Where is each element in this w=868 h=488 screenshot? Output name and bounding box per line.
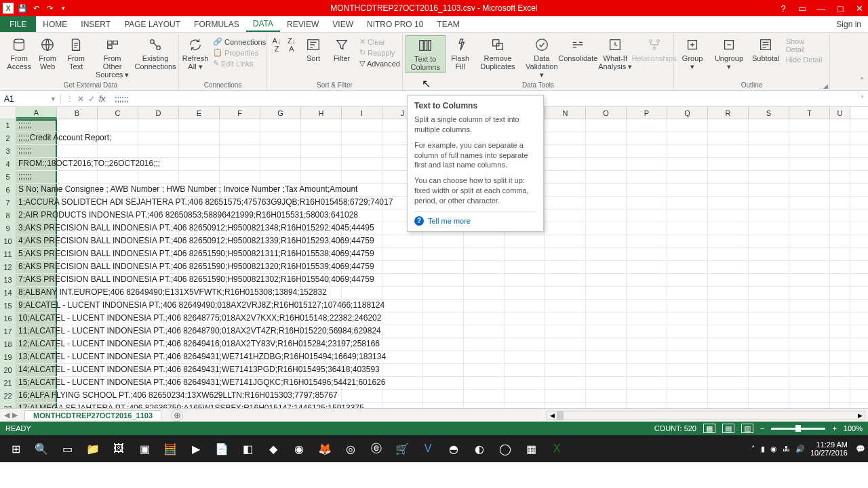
search-icon[interactable]: 🔍: [28, 438, 54, 460]
row-header[interactable]: 6: [0, 184, 16, 197]
column-header-G[interactable]: G: [260, 107, 301, 119]
zoom-level[interactable]: 100%: [844, 424, 863, 432]
sort-az-button[interactable]: A↓Z: [270, 35, 283, 56]
normal-view-button[interactable]: ▦: [703, 424, 715, 433]
tab-formulas[interactable]: FORMULAS: [187, 16, 246, 32]
tab-review[interactable]: REVIEW: [280, 16, 326, 32]
scroll-left-icon[interactable]: ◀: [547, 411, 557, 420]
tab-nitro[interactable]: NITRO PRO 10: [360, 16, 430, 32]
whatif-button[interactable]: What-If Analysis ▾: [594, 35, 636, 72]
text-to-columns-button[interactable]: Text to Columns: [406, 35, 446, 73]
save-icon[interactable]: 💾: [18, 3, 27, 13]
cancel-formula-icon[interactable]: ✕: [77, 94, 84, 104]
help-button[interactable]: ?: [774, 1, 792, 15]
tab-view[interactable]: VIEW: [326, 16, 360, 32]
tab-pagelayout[interactable]: PAGE LAYOUT: [117, 16, 187, 32]
system-clock[interactable]: 11:29 AM 10/27/2016: [810, 441, 850, 457]
zoom-thumb[interactable]: [795, 425, 801, 432]
from-web-button[interactable]: From Web: [34, 35, 61, 72]
app-icon[interactable]: 📄: [209, 438, 235, 460]
row-header[interactable]: 5: [0, 171, 16, 184]
from-other-sources-button[interactable]: From Other Sources ▾: [91, 35, 134, 80]
file-explorer-icon[interactable]: 📁: [80, 438, 106, 460]
data-validation-button[interactable]: Data Validation ▾: [521, 35, 561, 80]
ungroup-button[interactable]: Ungroup ▾: [709, 35, 748, 72]
subtotal-button[interactable]: Subtotal: [750, 35, 782, 64]
column-header-F[interactable]: F: [220, 107, 260, 119]
tray-icon[interactable]: ◉: [770, 445, 777, 453]
app-icon[interactable]: ▦: [518, 438, 544, 460]
maximize-button[interactable]: ◻: [831, 1, 849, 15]
edge-icon[interactable]: ⓔ: [363, 438, 389, 460]
terminal-icon[interactable]: ▣: [132, 438, 157, 460]
column-header-A[interactable]: A: [16, 107, 57, 119]
excel-taskbar-icon[interactable]: X: [544, 438, 570, 460]
column-header-B[interactable]: B: [57, 107, 98, 119]
sheet-tab[interactable]: MONTHCDTREP27OCT2016_1103: [24, 410, 161, 420]
qat-dropdown-icon[interactable]: ▾: [58, 3, 68, 13]
filter-button[interactable]: Filter: [328, 35, 355, 64]
app-icon[interactable]: ▶: [183, 438, 209, 460]
notifications-icon[interactable]: 💬: [856, 445, 865, 453]
column-header-N[interactable]: N: [545, 107, 586, 119]
row-header[interactable]: 8: [0, 209, 16, 222]
existing-connections-button[interactable]: Existing Connections: [135, 35, 176, 72]
from-access-button[interactable]: From Access: [5, 35, 33, 72]
consolidate-button[interactable]: Consolidate: [563, 35, 593, 64]
network-icon[interactable]: 🖧: [783, 445, 790, 453]
sheet-next-icon[interactable]: ▶: [12, 411, 18, 420]
app-icon[interactable]: 🛒: [389, 438, 415, 460]
page-break-view-button[interactable]: ▥: [741, 424, 753, 433]
column-header-P[interactable]: P: [627, 107, 667, 119]
redo-icon[interactable]: ↷: [45, 3, 54, 13]
row-header[interactable]: 22: [0, 390, 16, 403]
row-header[interactable]: 17: [0, 325, 16, 338]
chrome-icon[interactable]: ◎: [338, 438, 363, 460]
visio-icon[interactable]: V: [415, 438, 441, 460]
zoom-in-button[interactable]: +: [832, 424, 836, 432]
row-header[interactable]: 13: [0, 274, 16, 287]
column-header-U[interactable]: U: [830, 107, 850, 119]
row-header[interactable]: 10: [0, 235, 16, 248]
remove-duplicates-button[interactable]: Remove Duplicates: [475, 35, 521, 72]
connections-button[interactable]: 🔗Connections: [210, 37, 269, 47]
row-header[interactable]: 1: [0, 119, 16, 132]
ribbon-options-button[interactable]: ▭: [793, 1, 811, 15]
tray-icon[interactable]: ▮: [761, 445, 765, 453]
column-header-Q[interactable]: Q: [667, 107, 708, 119]
select-all-button[interactable]: [0, 107, 16, 119]
zoom-slider[interactable]: [771, 428, 825, 430]
tab-data[interactable]: DATA: [246, 16, 280, 32]
photos-icon[interactable]: 🖼: [106, 438, 132, 460]
scroll-thumb[interactable]: [557, 411, 564, 420]
app-icon[interactable]: ◧: [235, 438, 260, 460]
signin-link[interactable]: Sign in: [829, 16, 868, 32]
task-view-icon[interactable]: ▭: [54, 438, 80, 460]
app-icon[interactable]: ◉: [286, 438, 312, 460]
row-header[interactable]: 12: [0, 261, 16, 274]
chevron-down-icon[interactable]: ▼: [50, 96, 56, 102]
calculator-icon[interactable]: 🧮: [157, 438, 183, 460]
row-header[interactable]: 16: [0, 312, 16, 325]
column-header-H[interactable]: H: [301, 107, 342, 119]
app-icon[interactable]: ◯: [492, 438, 518, 460]
dialog-launcher-icon[interactable]: ◢: [823, 83, 828, 89]
undo-icon[interactable]: ↶: [31, 3, 41, 13]
advanced-button[interactable]: ▽Advanced: [357, 58, 403, 68]
tab-team[interactable]: TEAM: [430, 16, 466, 32]
app-icon[interactable]: ◆: [260, 438, 286, 460]
from-text-button[interactable]: From Text: [62, 35, 90, 72]
add-sheet-button[interactable]: ⊕: [171, 409, 183, 422]
column-header-E[interactable]: E: [179, 107, 220, 119]
dropdown-icon[interactable]: ⋮: [66, 95, 73, 102]
row-header[interactable]: 21: [0, 377, 16, 390]
sheet-prev-icon[interactable]: ◀: [4, 411, 9, 420]
flash-fill-button[interactable]: Flash Fill: [447, 35, 474, 72]
column-header-S[interactable]: S: [749, 107, 789, 119]
sheet-nav[interactable]: ◀▶: [0, 411, 22, 420]
column-header-I[interactable]: I: [342, 107, 382, 119]
row-header[interactable]: 9: [0, 222, 16, 235]
row-header[interactable]: 15: [0, 300, 16, 312]
accept-formula-icon[interactable]: ✓: [88, 94, 95, 104]
column-header-R[interactable]: R: [708, 107, 749, 119]
